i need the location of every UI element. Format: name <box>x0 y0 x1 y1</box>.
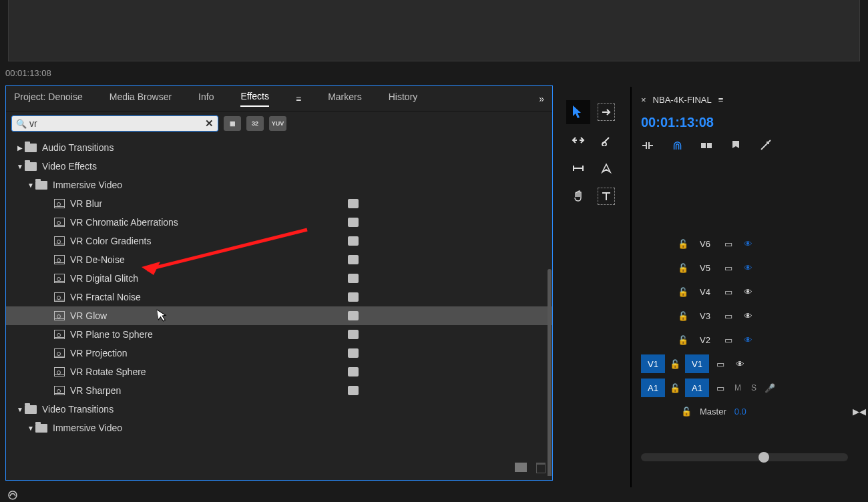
track-a1[interactable]: A1🔓A1▭MS🎤 <box>641 376 867 400</box>
effect-icon <box>54 292 65 302</box>
effect-vr-fractal-noise[interactable]: VR Fractal Noise <box>6 288 552 306</box>
effect-vr-projection[interactable]: VR Projection <box>6 344 552 362</box>
folder-video-effects[interactable]: ▼ Video Effects <box>6 157 552 176</box>
yuv-effects-filter[interactable]: YUV <box>269 116 286 131</box>
delete-icon[interactable] <box>536 463 546 473</box>
track-target[interactable]: V5 <box>693 258 717 277</box>
tab-project[interactable]: Project: Denoise <box>14 91 83 106</box>
tab-effects[interactable]: Effects <box>240 91 269 107</box>
marker-icon[interactable] <box>729 140 742 152</box>
track-target[interactable]: V2 <box>693 330 717 349</box>
effect-vr-sharpen[interactable]: VR Sharpen <box>6 381 552 400</box>
effect-vr-glow[interactable]: VR Glow <box>6 306 552 325</box>
effect-vr-blur[interactable]: VR Blur <box>6 194 552 213</box>
mute-button[interactable]: M <box>732 383 744 393</box>
sync-lock-icon[interactable]: ▭ <box>713 383 728 393</box>
lock-icon[interactable]: 🔓 <box>677 239 689 249</box>
zoom-thumb[interactable] <box>758 452 769 463</box>
panel-divider[interactable] <box>630 87 632 487</box>
folder-immersive-video-transitions[interactable]: ▼ Immersive Video <box>6 419 552 437</box>
visibility-icon[interactable]: 👁 <box>740 287 756 297</box>
settings-icon[interactable] <box>758 140 772 152</box>
track-select-forward-tool[interactable] <box>594 100 618 124</box>
ripple-edit-tool[interactable] <box>566 128 590 152</box>
folder-audio-transitions[interactable]: ▶ Audio Transitions <box>6 138 552 157</box>
sync-lock-icon[interactable]: ▭ <box>721 335 736 345</box>
visibility-off-icon[interactable]: 👁 <box>740 239 756 249</box>
new-bin-icon[interactable] <box>515 463 527 472</box>
solo-button[interactable]: S <box>748 383 760 393</box>
effect-vr-rotate-sphere[interactable]: VR Rotate Sphere <box>6 362 552 381</box>
track-v4[interactable]: 🔓V4▭👁 <box>641 280 867 304</box>
effects-scrollbar[interactable] <box>548 269 552 476</box>
type-tool[interactable] <box>594 184 618 208</box>
panel-overflow-icon[interactable]: » <box>539 93 544 104</box>
tab-markers[interactable]: Markers <box>328 91 362 106</box>
master-value[interactable]: 0.0 <box>734 407 746 417</box>
sync-lock-icon[interactable]: ▭ <box>721 287 736 297</box>
timeline-zoom-scrollbar[interactable] <box>641 453 848 461</box>
tab-history[interactable]: History <box>389 91 418 106</box>
source-patch-a1[interactable]: A1 <box>641 379 665 397</box>
track-v6[interactable]: 🔓V6▭👁 <box>641 232 867 256</box>
razor-tool[interactable] <box>594 128 618 152</box>
lock-icon[interactable]: 🔓 <box>677 311 689 321</box>
visibility-icon[interactable]: 👁 <box>732 359 748 369</box>
effect-vr-digital-glitch[interactable]: VR Digital Glitch <box>6 269 552 288</box>
visibility-icon[interactable]: 👁 <box>740 311 756 321</box>
track-v5[interactable]: 🔓V5▭👁 <box>641 256 867 280</box>
effect-vr-de-noise[interactable]: VR De-Noise <box>6 250 552 269</box>
insert-overwrite-icon[interactable] <box>641 140 654 152</box>
visibility-off-icon[interactable]: 👁 <box>740 335 756 345</box>
effect-vr-color-gradients[interactable]: VR Color Gradients <box>6 232 552 250</box>
track-target[interactable]: V1 <box>685 354 709 373</box>
source-patch-v1[interactable]: V1 <box>641 354 665 373</box>
track-master[interactable]: 🔓 Master 0.0 ▶◀ <box>641 400 867 423</box>
hand-tool[interactable] <box>566 184 590 208</box>
track-target[interactable]: A1 <box>685 379 709 397</box>
lock-icon[interactable]: 🔓 <box>681 407 692 417</box>
effect-vr-plane-to-sphere[interactable]: VR Plane to Sphere <box>6 325 552 344</box>
track-v3[interactable]: 🔓V3▭👁 <box>641 304 867 328</box>
sync-lock-icon[interactable]: ▭ <box>721 263 736 273</box>
clear-search-icon[interactable]: ✕ <box>205 117 214 130</box>
track-v1[interactable]: V1🔓V1▭👁 <box>641 352 867 376</box>
panel-menu-icon[interactable]: ≡ <box>718 95 724 105</box>
close-panel-icon[interactable]: × <box>641 95 646 105</box>
sync-lock-icon[interactable]: ▭ <box>721 239 736 249</box>
sync-lock-icon[interactable]: ▭ <box>721 311 736 321</box>
selection-tool[interactable] <box>566 100 590 124</box>
timeline-timecode[interactable]: 00:01:13:08 <box>641 115 867 130</box>
lock-icon[interactable]: 🔓 <box>669 359 681 369</box>
accelerated-effects-filter[interactable]: ▦ <box>224 116 241 131</box>
effects-search-box[interactable]: 🔍 ✕ <box>11 115 218 132</box>
32bit-effects-filter[interactable]: 32 <box>246 116 264 131</box>
tab-media-browser[interactable]: Media Browser <box>110 91 172 106</box>
sync-lock-icon[interactable]: ▭ <box>713 359 728 369</box>
folder-video-transitions[interactable]: ▼ Video Transitions <box>6 400 552 419</box>
snap-icon[interactable]: ⋒ <box>670 140 684 152</box>
effects-search-input[interactable] <box>29 118 205 129</box>
effect-icon <box>54 330 65 339</box>
sequence-name[interactable]: NBA-4K-FINAL <box>653 95 712 105</box>
lock-icon[interactable]: 🔓 <box>677 335 689 345</box>
lock-icon[interactable]: 🔓 <box>677 287 689 297</box>
lock-icon[interactable]: 🔓 <box>677 263 689 273</box>
voiceover-icon[interactable]: 🎤 <box>764 383 776 393</box>
panel-menu-icon[interactable]: ≡ <box>296 93 301 104</box>
linked-selection-icon[interactable] <box>700 140 713 152</box>
visibility-off-icon[interactable]: 👁 <box>740 263 756 273</box>
effects-tree[interactable]: ▶ Audio Transitions ▼ Video Effects ▼ Im… <box>6 136 552 476</box>
pen-tool[interactable] <box>594 156 618 180</box>
folder-immersive-video[interactable]: ▼ Immersive Video <box>6 176 552 194</box>
track-target[interactable]: V4 <box>693 282 717 301</box>
expand-icon[interactable]: ▶◀ <box>852 405 867 417</box>
track-v2[interactable]: 🔓V2▭👁 <box>641 328 867 352</box>
effect-vr-chromatic[interactable]: VR Chromatic Aberrations <box>6 213 552 232</box>
track-target[interactable]: V6 <box>693 234 717 253</box>
tab-info[interactable]: Info <box>198 91 214 106</box>
track-target[interactable]: V3 <box>693 306 717 325</box>
slip-tool[interactable] <box>566 156 590 180</box>
lock-icon[interactable]: 🔓 <box>669 383 681 393</box>
creative-cloud-icon[interactable] <box>7 489 19 501</box>
